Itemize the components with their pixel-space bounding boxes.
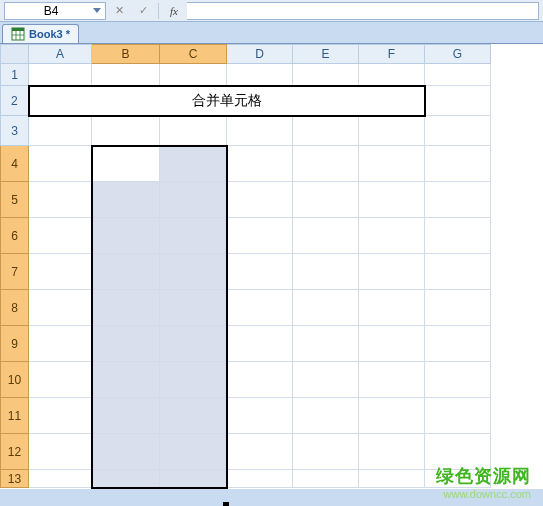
cell-C8[interactable] [160,290,227,326]
row-header-4[interactable]: 4 [1,146,29,182]
workbook-tab-active[interactable]: Book3 * [2,24,79,43]
cell-E4[interactable] [293,146,359,182]
cell-G12[interactable] [425,434,491,470]
column-header-D[interactable]: D [227,45,293,64]
cell-F13[interactable] [359,470,425,488]
cell-G9[interactable] [425,326,491,362]
cell-A8[interactable] [29,290,92,326]
cell-B10[interactable] [92,362,160,398]
cell-E3[interactable] [293,116,359,146]
cell-E11[interactable] [293,398,359,434]
cell-B9[interactable] [92,326,160,362]
cell-C7[interactable] [160,254,227,290]
cell-C9[interactable] [160,326,227,362]
cell-G11[interactable] [425,398,491,434]
cell-C1[interactable] [160,64,227,86]
name-box[interactable]: B4 [4,2,106,20]
cell-A9[interactable] [29,326,92,362]
cell-B11[interactable] [92,398,160,434]
row-header-10[interactable]: 10 [1,362,29,398]
cell-B13[interactable] [92,470,160,488]
cell-C4[interactable] [160,146,227,182]
formula-input[interactable] [187,2,539,20]
cell-E8[interactable] [293,290,359,326]
cell-G8[interactable] [425,290,491,326]
cell-E6[interactable] [293,218,359,254]
cell-C13[interactable] [160,470,227,488]
cell-G2[interactable] [425,86,491,116]
row-header-2[interactable]: 2 [1,86,29,116]
cell-A3[interactable] [29,116,92,146]
cell-G7[interactable] [425,254,491,290]
cell-G10[interactable] [425,362,491,398]
cell-D1[interactable] [227,64,293,86]
cell-G13[interactable] [425,470,491,488]
row-header-1[interactable]: 1 [1,64,29,86]
cell-G3[interactable] [425,116,491,146]
cell-C6[interactable] [160,218,227,254]
row-header-8[interactable]: 8 [1,290,29,326]
cell-G1[interactable] [425,64,491,86]
cell-G4[interactable] [425,146,491,182]
spreadsheet-grid[interactable]: ABCDEFG12合并单元格345678910111213 [0,44,543,489]
row-header-3[interactable]: 3 [1,116,29,146]
cell-A11[interactable] [29,398,92,434]
cell-C11[interactable] [160,398,227,434]
cell-F3[interactable] [359,116,425,146]
cell-D12[interactable] [227,434,293,470]
cell-A12[interactable] [29,434,92,470]
row-header-11[interactable]: 11 [1,398,29,434]
cell-F9[interactable] [359,326,425,362]
row-header-7[interactable]: 7 [1,254,29,290]
merged-cell[interactable]: 合并单元格 [29,86,425,116]
cell-C3[interactable] [160,116,227,146]
column-header-E[interactable]: E [293,45,359,64]
cell-B12[interactable] [92,434,160,470]
cell-D9[interactable] [227,326,293,362]
cell-A13[interactable] [29,470,92,488]
cell-D13[interactable] [227,470,293,488]
cell-B5[interactable] [92,182,160,218]
cell-B3[interactable] [92,116,160,146]
cell-B6[interactable] [92,218,160,254]
cell-F6[interactable] [359,218,425,254]
cell-C5[interactable] [160,182,227,218]
cell-B8[interactable] [92,290,160,326]
chevron-down-icon[interactable] [93,8,101,13]
cell-D4[interactable] [227,146,293,182]
cell-F7[interactable] [359,254,425,290]
cell-D8[interactable] [227,290,293,326]
cell-B1[interactable] [92,64,160,86]
cell-D5[interactable] [227,182,293,218]
cell-C12[interactable] [160,434,227,470]
cell-F8[interactable] [359,290,425,326]
column-header-A[interactable]: A [29,45,92,64]
cell-G5[interactable] [425,182,491,218]
select-all-corner[interactable] [1,45,29,64]
cell-A1[interactable] [29,64,92,86]
column-header-C[interactable]: C [160,45,227,64]
cell-A6[interactable] [29,218,92,254]
column-header-B[interactable]: B [92,45,160,64]
cell-D3[interactable] [227,116,293,146]
cell-A7[interactable] [29,254,92,290]
cell-F4[interactable] [359,146,425,182]
cell-E5[interactable] [293,182,359,218]
cell-E13[interactable] [293,470,359,488]
row-header-12[interactable]: 12 [1,434,29,470]
row-header-6[interactable]: 6 [1,218,29,254]
row-header-5[interactable]: 5 [1,182,29,218]
cell-B7[interactable] [92,254,160,290]
cell-F12[interactable] [359,434,425,470]
cell-D6[interactable] [227,218,293,254]
row-header-9[interactable]: 9 [1,326,29,362]
cell-D11[interactable] [227,398,293,434]
cell-C10[interactable] [160,362,227,398]
cell-B4[interactable] [92,146,160,182]
cell-F10[interactable] [359,362,425,398]
cell-G6[interactable] [425,218,491,254]
cell-E9[interactable] [293,326,359,362]
column-header-G[interactable]: G [425,45,491,64]
cell-A5[interactable] [29,182,92,218]
cell-A4[interactable] [29,146,92,182]
